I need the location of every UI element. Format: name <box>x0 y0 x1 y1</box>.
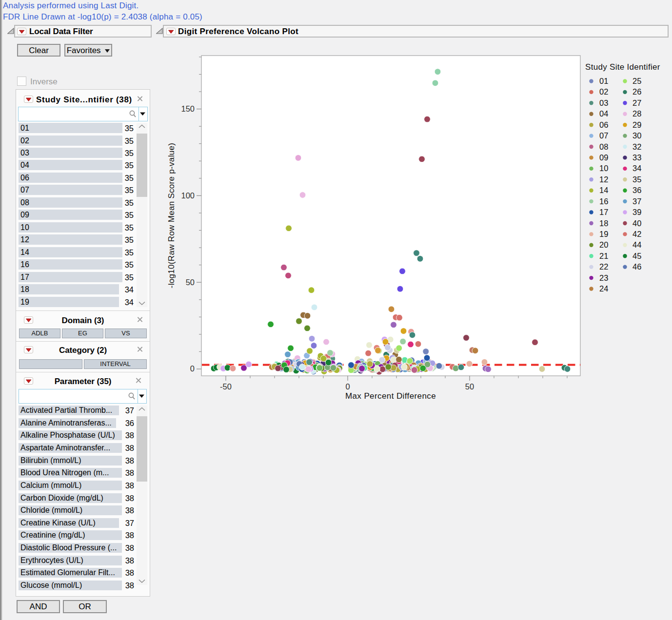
svg-text:45: 45 <box>632 252 641 260</box>
svg-text:36: 36 <box>632 186 641 194</box>
svg-text:14: 14 <box>599 186 608 194</box>
svg-text:-log10(Raw Row Mean Score p-va: -log10(Raw Row Mean Score p-value) <box>167 143 176 288</box>
svg-text:10: 10 <box>599 164 608 173</box>
svg-text:32: 32 <box>632 142 641 151</box>
svg-text:42: 42 <box>632 230 641 238</box>
svg-text:21: 21 <box>599 252 608 260</box>
svg-text:29: 29 <box>632 120 641 129</box>
svg-text:34: 34 <box>632 164 641 173</box>
svg-text:35: 35 <box>632 175 641 184</box>
svg-text:46: 46 <box>632 262 641 271</box>
svg-text:150: 150 <box>181 104 195 113</box>
svg-text:08: 08 <box>599 142 608 151</box>
svg-text:0: 0 <box>190 364 195 373</box>
svg-text:23: 23 <box>599 273 608 282</box>
svg-text:07: 07 <box>599 131 608 140</box>
svg-text:01: 01 <box>599 77 608 85</box>
svg-text:-50: -50 <box>220 382 232 391</box>
svg-text:04: 04 <box>599 109 608 118</box>
svg-text:16: 16 <box>599 197 608 206</box>
svg-text:Max Percent Difference: Max Percent Difference <box>345 391 436 401</box>
svg-text:26: 26 <box>632 87 641 96</box>
svg-text:06: 06 <box>599 120 608 129</box>
svg-text:19: 19 <box>599 230 608 238</box>
svg-text:39: 39 <box>632 208 641 216</box>
svg-text:17: 17 <box>599 208 608 216</box>
svg-text:02: 02 <box>599 87 608 96</box>
svg-text:50: 50 <box>186 278 195 287</box>
svg-text:0: 0 <box>345 382 350 391</box>
svg-text:24: 24 <box>599 284 608 293</box>
svg-text:20: 20 <box>599 240 608 249</box>
svg-text:30: 30 <box>632 131 641 140</box>
svg-text:37: 37 <box>632 197 641 206</box>
svg-text:12: 12 <box>599 175 608 184</box>
svg-text:09: 09 <box>599 153 608 162</box>
svg-text:44: 44 <box>632 240 641 249</box>
svg-text:28: 28 <box>632 109 641 118</box>
svg-text:40: 40 <box>632 219 641 228</box>
svg-text:100: 100 <box>181 191 195 200</box>
svg-text:33: 33 <box>632 153 641 162</box>
svg-text:18: 18 <box>599 219 608 228</box>
svg-text:03: 03 <box>599 98 608 107</box>
svg-text:22: 22 <box>599 262 608 271</box>
svg-text:Study Site Identifier: Study Site Identifier <box>585 62 660 72</box>
svg-text:25: 25 <box>632 77 641 85</box>
svg-text:50: 50 <box>465 382 474 391</box>
svg-text:27: 27 <box>632 98 641 107</box>
